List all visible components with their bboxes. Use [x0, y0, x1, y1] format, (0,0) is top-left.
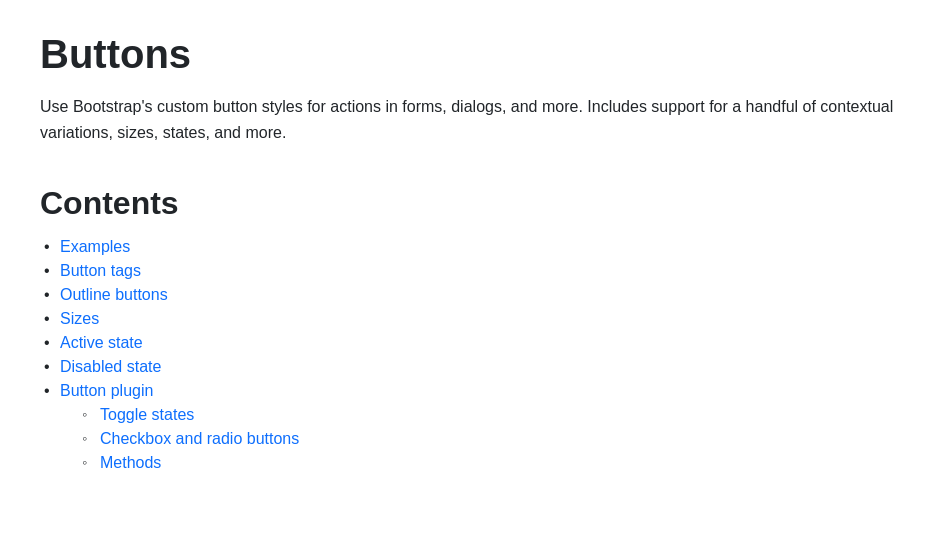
contents-list: ExamplesButton tagsOutline buttonsSizesA…	[40, 238, 907, 472]
list-item: Toggle states	[80, 406, 907, 424]
list-item: Active state	[40, 334, 907, 352]
list-item: Disabled state	[40, 358, 907, 376]
contents-sub-link[interactable]: Toggle states	[100, 406, 194, 423]
contents-link[interactable]: Outline buttons	[60, 286, 168, 303]
list-item: Sizes	[40, 310, 907, 328]
list-item: Button pluginToggle statesCheckbox and r…	[40, 382, 907, 472]
contents-sub-link[interactable]: Checkbox and radio buttons	[100, 430, 299, 447]
list-item: Methods	[80, 454, 907, 472]
list-item: Outline buttons	[40, 286, 907, 304]
list-item: Button tags	[40, 262, 907, 280]
contents-link[interactable]: Disabled state	[60, 358, 161, 375]
list-item: Checkbox and radio buttons	[80, 430, 907, 448]
contents-link[interactable]: Active state	[60, 334, 143, 351]
sub-list: Toggle statesCheckbox and radio buttonsM…	[80, 406, 907, 472]
contents-link[interactable]: Button plugin	[60, 382, 153, 399]
page-description: Use Bootstrap's custom button styles for…	[40, 94, 907, 145]
contents-sub-link[interactable]: Methods	[100, 454, 161, 471]
contents-link[interactable]: Sizes	[60, 310, 99, 327]
contents-heading: Contents	[40, 185, 907, 222]
list-item: Examples	[40, 238, 907, 256]
page-title: Buttons	[40, 30, 907, 78]
contents-link[interactable]: Examples	[60, 238, 130, 255]
contents-link[interactable]: Button tags	[60, 262, 141, 279]
